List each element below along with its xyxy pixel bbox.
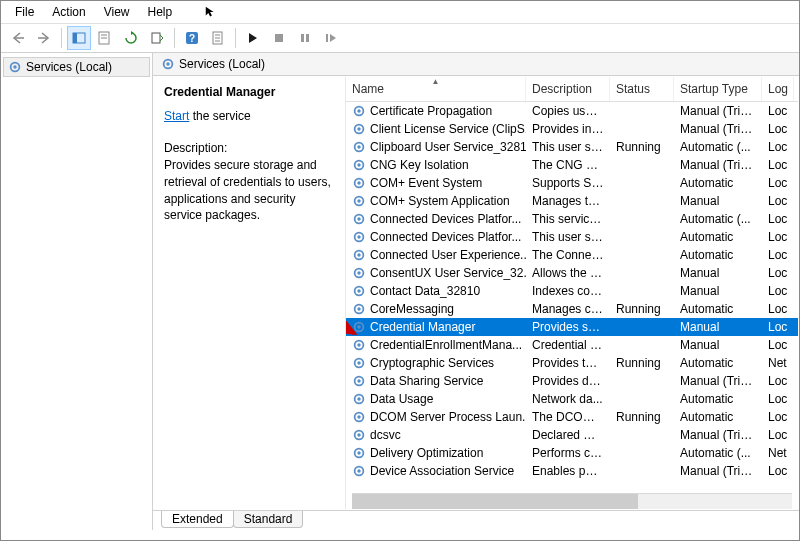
service-row[interactable]: Client License Service (ClipS...Provides… [346,120,798,138]
service-startup: Manual (Trig... [674,121,762,137]
export-button[interactable] [145,26,169,50]
service-startup: Automatic (... [674,139,762,155]
service-row[interactable]: CNG Key IsolationThe CNG ke...Manual (Tr… [346,156,798,174]
service-logon: Loc [762,139,794,155]
service-logon: Loc [762,175,794,191]
view-tabs: Extended Standard [153,510,799,530]
start-service-link[interactable]: Start [164,109,189,123]
pause-service-button[interactable] [293,26,317,50]
svg-point-31 [357,199,361,203]
horizontal-scrollbar[interactable] [352,493,792,509]
service-description: This user ser... [526,139,610,155]
service-row[interactable]: dcsvcDeclared Co...Manual (Trig...Loc [346,426,798,444]
column-logon[interactable]: Log [762,77,794,101]
column-startup[interactable]: Startup Type [674,77,762,101]
service-status [610,326,674,328]
svg-text:?: ? [189,33,195,44]
list-header: Name▲ Description Status Startup Type Lo… [346,77,798,102]
svg-point-25 [357,145,361,149]
gear-icon [352,464,366,478]
menu-view[interactable]: View [96,3,138,21]
back-button[interactable] [6,26,30,50]
menu-action[interactable]: Action [44,3,93,21]
svg-point-35 [357,235,361,239]
services-list: Name▲ Description Status Startup Type Lo… [346,77,798,509]
service-row[interactable]: COM+ System ApplicationManages th...Manu… [346,192,798,210]
service-status [610,290,674,292]
service-status [610,398,674,400]
service-row[interactable]: DCOM Server Process Laun...The DCOML...R… [346,408,798,426]
service-logon: Loc [762,373,794,389]
gear-icon [352,374,366,388]
service-row[interactable]: Connected Devices Platfor...This user se… [346,228,798,246]
service-row[interactable]: CoreMessagingManages co...RunningAutomat… [346,300,798,318]
service-status: Running [610,409,674,425]
gear-icon [352,194,366,208]
show-hide-tree-button[interactable] [67,26,91,50]
service-row[interactable]: COM+ Event SystemSupports Sy...Automatic… [346,174,798,192]
detail-service-name: Credential Manager [164,85,335,99]
service-row[interactable]: Data UsageNetwork da...AutomaticLoc [346,390,798,408]
tree-item-services-local[interactable]: Services (Local) [3,57,150,77]
svg-point-17 [13,65,17,69]
service-startup: Automatic (... [674,211,762,227]
service-row[interactable]: Contact Data_32810Indexes con...ManualLo… [346,282,798,300]
properties-sheet-button[interactable] [206,26,230,50]
gear-icon [352,446,366,460]
service-status: Running [610,355,674,371]
service-logon: Loc [762,265,794,281]
svg-rect-13 [301,34,304,42]
refresh-button[interactable] [119,26,143,50]
menu-help[interactable]: Help [140,3,181,21]
tab-standard[interactable]: Standard [233,511,304,528]
service-logon: Loc [762,337,794,353]
service-logon: Loc [762,463,794,479]
forward-button[interactable] [32,26,56,50]
service-row[interactable]: ConsentUX User Service_32...Allows the s… [346,264,798,282]
service-name: Connected User Experience... [370,248,526,262]
tree-item-label: Services (Local) [26,60,112,74]
gear-icon [352,392,366,406]
service-name: Client License Service (ClipS... [370,122,526,136]
service-row[interactable]: Clipboard User Service_32810This user se… [346,138,798,156]
content-title: Services (Local) [179,57,265,71]
column-description[interactable]: Description [526,77,610,101]
service-status [610,254,674,256]
help-button[interactable]: ? [180,26,204,50]
service-status [610,272,674,274]
service-logon: Net [762,445,794,461]
restart-service-button[interactable] [319,26,343,50]
service-row[interactable]: Connected User Experience...The Connec..… [346,246,798,264]
service-description: Allows the s... [526,265,610,281]
service-startup: Automatic [674,355,762,371]
column-status[interactable]: Status [610,77,674,101]
list-body[interactable]: Certificate PropagationCopies user ...Ma… [346,102,798,493]
svg-point-19 [166,62,170,66]
svg-point-61 [357,469,361,473]
start-service-button[interactable] [241,26,265,50]
column-name[interactable]: Name▲ [346,77,526,101]
content-pane: Services (Local) Credential Manager Star… [153,53,799,530]
separator [174,28,175,48]
service-description: Manages th... [526,193,610,209]
gear-icon [352,248,366,262]
service-row[interactable]: Connected Devices Platfor...This service… [346,210,798,228]
service-startup: Automatic (... [674,445,762,461]
menu-file[interactable]: File [7,3,42,21]
tab-extended[interactable]: Extended [161,511,234,528]
stop-service-button[interactable] [267,26,291,50]
gear-icon [352,320,366,334]
service-row[interactable]: Delivery OptimizationPerforms co...Autom… [346,444,798,462]
service-row[interactable]: Certificate PropagationCopies user ...Ma… [346,102,798,120]
service-row[interactable]: Cryptographic ServicesProvides thr...Run… [346,354,798,372]
service-row[interactable]: CredentialEnrollmentMana...Credential E.… [346,336,798,354]
service-row[interactable]: Device Association ServiceEnables pair..… [346,462,798,480]
start-service-suffix: the service [189,109,250,123]
properties-button[interactable] [93,26,117,50]
service-row[interactable]: Data Sharing ServiceProvides da...Manual… [346,372,798,390]
svg-point-49 [357,361,361,365]
gear-icon [352,176,366,190]
service-description: Provides thr... [526,355,610,371]
svg-point-27 [357,163,361,167]
service-row[interactable]: Credential ManagerProvides se...ManualLo… [346,318,798,336]
